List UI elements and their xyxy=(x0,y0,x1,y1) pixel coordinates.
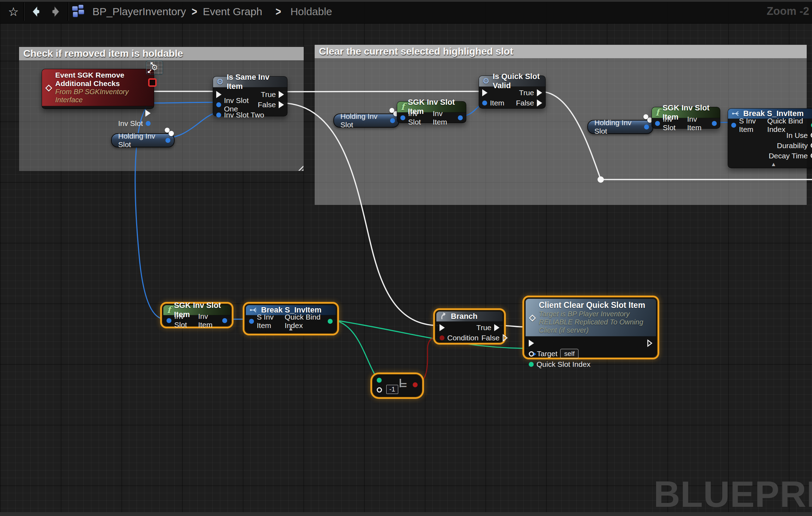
decay-time-pin[interactable] xyxy=(811,153,812,158)
function-icon: f xyxy=(401,102,405,111)
exec-out-pin[interactable] xyxy=(145,110,151,117)
exec-in-pin[interactable] xyxy=(440,324,445,331)
wire-index-to-notequal[interactable] xyxy=(331,320,377,378)
exec-out-pin[interactable] xyxy=(647,339,653,347)
pin-label: Inv Item xyxy=(433,109,455,126)
wire-exec-branch-to-client[interactable] xyxy=(499,326,527,327)
node-client-clear-quick-slot-item[interactable]: ◇ Client Clear Quick Slot Item Target is… xyxy=(525,298,656,357)
node-break-s-invitem-small[interactable]: Break S_InvItem S Inv ItemQuick Bind Ind… xyxy=(246,305,336,333)
node-event-sgk-remove-additional-checks[interactable]: ◇ Event SGK Remove Additional Checks Fro… xyxy=(42,69,154,109)
pin-label: Item xyxy=(490,99,504,107)
wire-exec-true-to-isquick[interactable] xyxy=(283,91,484,92)
inv-slot-one-pin[interactable] xyxy=(216,102,221,107)
zoom-level-label: Zoom -2 xyxy=(766,5,809,18)
pin-label: In Use xyxy=(786,131,808,140)
pin-label: False xyxy=(516,99,534,107)
in-use-pin[interactable] xyxy=(811,133,812,138)
arrow-nw-icon: ↖ xyxy=(150,61,155,67)
inv-item-pin[interactable] xyxy=(458,115,463,120)
breadcrumb-item-blueprint[interactable]: BP_PlayerInventory xyxy=(92,6,186,18)
input-b-pin[interactable] xyxy=(377,387,382,393)
inv-slot-pin[interactable] xyxy=(166,318,171,323)
collapse-arrow[interactable]: ▲ xyxy=(246,326,336,332)
toolbar-divider xyxy=(23,2,24,21)
node-holding-inv-slot-1[interactable]: Holding Inv Slot xyxy=(111,133,175,147)
s-inv-item-pin[interactable] xyxy=(249,319,254,324)
pin-label: Target xyxy=(537,350,557,358)
condition-pin[interactable] xyxy=(440,335,444,340)
pin-label: Quick Slot Index xyxy=(537,360,590,369)
durability-pin[interactable] xyxy=(811,143,812,148)
true-exec-pin[interactable] xyxy=(494,324,499,331)
inv-slot-pin[interactable] xyxy=(146,121,151,126)
macro-gear-icon: ⚙ xyxy=(483,77,490,85)
node-holding-inv-slot-3[interactable]: Holding Inv Slot xyxy=(587,120,653,134)
target-self-value[interactable]: self xyxy=(560,349,578,359)
pin-label: Inv Item xyxy=(687,115,709,132)
breadcrumb-item-event-graph[interactable]: Event Graph xyxy=(203,6,262,18)
pin-label: Inv Slot Two xyxy=(224,111,264,119)
node-title: Client Clear Quick Slot Item xyxy=(539,301,653,310)
interface-event-icon: ⚙ ↙ ↖ xyxy=(146,61,163,75)
breadcrumb-item-holdable[interactable]: Holdable xyxy=(290,6,332,18)
exec-in-pin[interactable] xyxy=(216,91,222,98)
pin-label: Inv Slot xyxy=(174,312,195,329)
node-not-equal[interactable]: -1 = xyxy=(373,375,421,396)
back-arrow-icon[interactable] xyxy=(29,5,43,19)
window-top-edge xyxy=(0,0,812,2)
inv-slot-pin[interactable] xyxy=(400,115,405,120)
node-sgk-inv-slot-item-3[interactable]: f SGK Inv Slot Item Inv SlotInv Item xyxy=(163,305,231,326)
inv-slot-two-pin[interactable] xyxy=(216,113,221,117)
node-branch[interactable]: Branch True ConditionFalse xyxy=(436,311,503,342)
event-diamond-icon: ◇ xyxy=(529,313,535,322)
true-exec-pin[interactable] xyxy=(537,89,542,96)
value-input[interactable]: -1 xyxy=(386,385,398,394)
exec-in-pin[interactable] xyxy=(529,340,534,347)
reroute-node[interactable] xyxy=(598,176,604,183)
wire-exec-false-to-branch[interactable] xyxy=(283,103,438,326)
variable-label: Holding Inv Slot xyxy=(594,119,641,135)
output-pin[interactable] xyxy=(390,118,395,123)
variable-label: Holding Inv Slot xyxy=(340,112,387,129)
breadcrumb-toolbar: ☆ BP_PlayerInventory > Event Graph > Hol… xyxy=(0,0,812,24)
node-title: Branch xyxy=(451,312,478,321)
node-is-quick-slot-valid[interactable]: ⚙ Is Quick Slot Valid True ItemFalse xyxy=(479,75,546,109)
collapse-arrow[interactable]: ▲ xyxy=(728,161,812,168)
exec-in-pin[interactable] xyxy=(482,89,487,96)
target-pin[interactable] xyxy=(529,351,534,357)
item-pin[interactable] xyxy=(482,101,487,105)
break-struct-icon xyxy=(732,110,740,117)
quick-bind-index-pin[interactable] xyxy=(328,319,333,324)
pin-label: Inv Slot xyxy=(118,119,143,128)
node-sgk-inv-slot-item-2[interactable]: f SGK Inv Slot Item Inv SlotInv Item xyxy=(652,107,720,129)
wire-invslot-to-one[interactable] xyxy=(150,102,216,103)
inv-slot-pin[interactable] xyxy=(655,121,660,126)
output-pin[interactable] xyxy=(644,125,649,129)
forward-arrow-icon[interactable] xyxy=(49,5,63,19)
input-a-pin[interactable] xyxy=(377,378,382,383)
pin-label: S Inv Item xyxy=(739,117,764,134)
favorite-star-icon[interactable]: ☆ xyxy=(6,5,21,19)
false-exec-pin[interactable] xyxy=(537,99,542,107)
blueprint-class-icon xyxy=(72,5,85,19)
node-break-s-invitem-full[interactable]: Break S_InvItem S Inv ItemQuick Bind Ind… xyxy=(728,108,812,168)
node-sgk-inv-slot-item-1[interactable]: f SGK Inv Slot Item Inv SlotInv Item xyxy=(397,101,466,123)
node-holding-inv-slot-2[interactable]: Holding Inv Slot xyxy=(333,114,399,128)
pin-label: Inv Item xyxy=(198,312,219,329)
true-exec-pin[interactable] xyxy=(279,91,284,98)
pin-label: True xyxy=(477,323,491,332)
pin-label: Inv Slot xyxy=(663,115,684,132)
s-inv-item-pin[interactable] xyxy=(731,123,736,128)
event-diamond-icon: ◇ xyxy=(46,83,52,92)
node-title: Is Quick Slot Valid xyxy=(493,72,542,90)
false-exec-pin[interactable] xyxy=(502,334,508,342)
result-pin[interactable] xyxy=(413,382,418,387)
output-pin[interactable] xyxy=(165,138,170,143)
quick-slot-index-pin[interactable] xyxy=(529,362,534,367)
node-is-same-inv-item[interactable]: ⚙ Is Same Inv Item True Inv Slot OneFals… xyxy=(213,76,287,116)
pin-label: Inv Slot xyxy=(408,109,430,126)
chevron-right-icon: > xyxy=(275,5,281,19)
false-exec-pin[interactable] xyxy=(279,101,284,108)
inv-item-pin[interactable] xyxy=(712,121,717,126)
inv-item-pin[interactable] xyxy=(222,318,227,323)
